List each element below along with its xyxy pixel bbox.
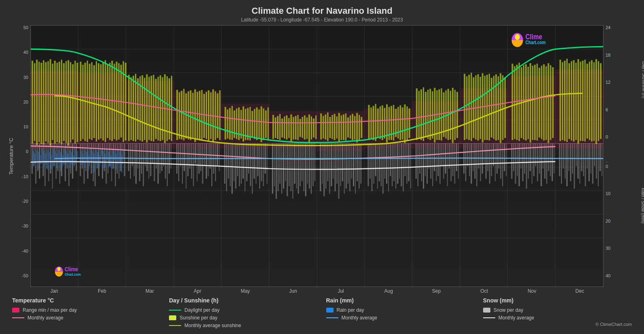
svg-rect-339 [77, 151, 78, 159]
svg-rect-446 [194, 89, 196, 142]
svg-rect-326 [53, 149, 54, 166]
svg-rect-483 [284, 117, 285, 139]
svg-rect-164 [302, 143, 303, 181]
svg-rect-299 [574, 143, 575, 189]
svg-rect-30 [39, 143, 40, 179]
svg-rect-144 [261, 143, 262, 181]
svg-rect-606 [589, 62, 590, 140]
svg-rect-498 [320, 113, 322, 140]
svg-rect-510 [347, 117, 349, 138]
svg-rect-545 [436, 90, 437, 140]
svg-rect-119 [211, 143, 212, 186]
svg-rect-476 [265, 111, 267, 138]
svg-point-617 [57, 267, 61, 271]
svg-rect-523 [382, 105, 383, 140]
svg-rect-563 [482, 73, 484, 143]
svg-rect-582 [530, 63, 531, 143]
svg-rect-516 [361, 117, 362, 138]
chart-title: Climate Chart for Navarino Island [8, 6, 636, 16]
svg-rect-355 [108, 152, 109, 167]
svg-rect-502 [329, 117, 331, 138]
svg-rect-129 [234, 143, 234, 181]
legend-sunshine-title: Day / Sunshine (h) [169, 297, 318, 304]
svg-rect-588 [543, 64, 545, 141]
svg-rect-227 [430, 143, 431, 179]
svg-rect-182 [338, 143, 340, 198]
svg-rect-448 [199, 91, 201, 139]
svg-rect-329 [59, 150, 60, 163]
svg-rect-151 [278, 143, 279, 191]
svg-rect-163 [300, 143, 301, 186]
svg-rect-136 [246, 143, 247, 181]
svg-rect-431 [158, 77, 159, 141]
svg-rect-405 [98, 63, 99, 140]
snow-avg-line [483, 317, 495, 318]
svg-rect-141 [255, 143, 256, 183]
svg-rect-344 [88, 155, 89, 170]
svg-rect-551 [450, 91, 451, 139]
svg-rect-575 [514, 66, 515, 139]
svg-rect-585 [536, 64, 538, 140]
chart-inner: Clime Chart.com Clime Chart.com [30, 25, 604, 287]
svg-rect-601 [577, 59, 579, 143]
svg-rect-469 [249, 107, 251, 140]
month-aug: Aug [365, 288, 412, 294]
svg-rect-474 [260, 106, 262, 142]
svg-rect-322 [45, 153, 46, 164]
svg-rect-156 [287, 143, 288, 196]
svg-rect-346 [92, 151, 93, 161]
svg-rect-537 [418, 91, 420, 139]
svg-rect-506 [338, 113, 340, 142]
y-right-top-label: Day / Sunshine (h) [641, 62, 644, 98]
snow-avg-label: Monthly average [498, 315, 534, 321]
svg-rect-208 [392, 143, 393, 186]
svg-rect-583 [532, 66, 533, 140]
svg-rect-393 [70, 62, 71, 143]
svg-rect-580 [525, 64, 527, 141]
snow-swatch [483, 308, 490, 313]
svg-rect-392 [68, 60, 69, 146]
svg-rect-505 [336, 117, 338, 139]
legend-area: Temperature °C Range min / max per day M… [8, 294, 636, 330]
svg-rect-592 [552, 67, 554, 138]
temp-avg-line [12, 317, 24, 318]
svg-rect-499 [323, 116, 324, 138]
month-mar: Mar [126, 288, 173, 294]
svg-rect-130 [235, 143, 236, 189]
svg-rect-517 [368, 105, 370, 140]
svg-rect-250 [476, 143, 477, 186]
svg-rect-87 [148, 143, 149, 179]
svg-rect-482 [281, 118, 283, 137]
svg-rect-419 [131, 77, 132, 140]
svg-rect-232 [439, 143, 440, 183]
svg-rect-327 [55, 151, 56, 161]
svg-rect-252 [480, 143, 481, 181]
svg-rect-402 [91, 62, 93, 140]
svg-rect-140 [253, 143, 255, 179]
svg-rect-441 [183, 89, 184, 140]
svg-rect-165 [304, 143, 304, 191]
svg-rect-481 [279, 114, 281, 140]
svg-rect-80 [135, 143, 137, 183]
svg-rect-429 [153, 75, 154, 142]
month-may: May [222, 288, 269, 294]
svg-rect-540 [425, 92, 427, 138]
svg-rect-105 [186, 143, 186, 189]
svg-rect-317 [36, 150, 38, 163]
svg-rect-143 [259, 143, 260, 189]
svg-rect-395 [74, 61, 76, 144]
svg-rect-202 [381, 143, 382, 186]
svg-rect-383 [47, 61, 49, 143]
svg-rect-548 [443, 92, 445, 137]
svg-rect-515 [359, 115, 360, 140]
svg-rect-539 [423, 87, 424, 141]
svg-rect-349 [97, 152, 98, 168]
svg-rect-249 [474, 143, 475, 179]
svg-rect-260 [495, 143, 496, 181]
svg-rect-534 [407, 106, 408, 140]
svg-rect-59 [95, 143, 96, 186]
svg-rect-595 [564, 61, 566, 141]
svg-rect-134 [243, 143, 244, 179]
svg-rect-359 [116, 153, 116, 170]
svg-rect-611 [600, 63, 602, 139]
